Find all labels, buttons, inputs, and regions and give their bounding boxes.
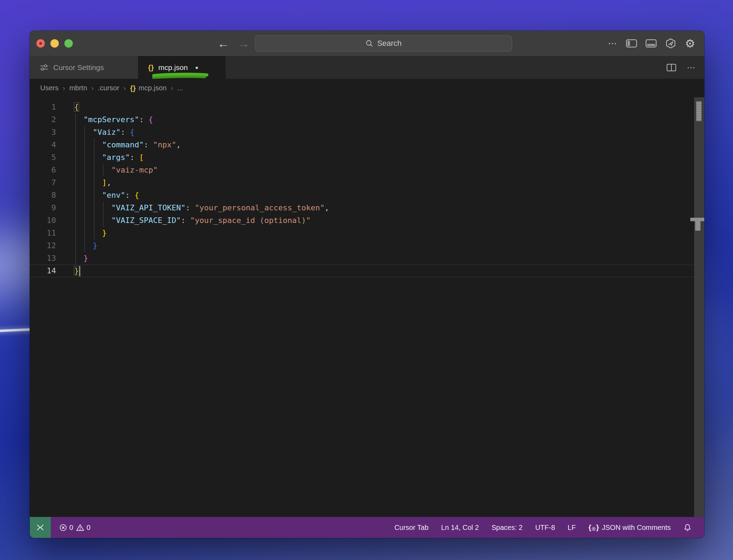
warnings-count: 0 — [86, 524, 90, 532]
back-button[interactable]: ← — [217, 37, 229, 50]
line-number[interactable]: 8 — [30, 189, 56, 202]
breadcrumb-separator-icon: › — [171, 84, 173, 92]
status-bar: 0 0 Cursor TabLn 14, Col 2Spaces: 2UTF-8… — [30, 517, 704, 538]
close-button[interactable] — [36, 39, 45, 48]
breadcrumb-item[interactable]: ... — [177, 84, 183, 92]
cursor-agent-icon[interactable] — [665, 38, 676, 49]
code-text: { — [74, 101, 79, 113]
line-number[interactable]: 12 — [30, 239, 56, 252]
remote-indicator[interactable] — [30, 517, 51, 538]
code-text: } — [74, 239, 97, 252]
code-text: "Vaiz": { — [74, 126, 134, 139]
code-line[interactable]: 11 } — [30, 227, 704, 239]
line-number[interactable]: 14 — [30, 265, 56, 277]
traffic-lights — [36, 39, 73, 48]
sliders-icon — [40, 64, 49, 71]
line-number[interactable]: 1 — [30, 101, 56, 113]
code-line[interactable]: 8 "env": { — [30, 189, 704, 202]
line-number[interactable]: 11 — [30, 227, 56, 239]
line-number[interactable]: 13 — [30, 252, 56, 265]
editor-window: ← → Search ⋯ ⚙ — [30, 31, 704, 538]
line-number[interactable]: 2 — [30, 113, 56, 126]
line-number[interactable]: 4 — [30, 139, 56, 151]
warnings-icon — [76, 524, 84, 531]
tab-mcp-json[interactable]: {} mcp.json ● — [138, 56, 226, 79]
tab-more-actions-button[interactable]: ⋯ — [687, 63, 696, 72]
json-with-comments-icon: {} — [588, 524, 599, 531]
status-right-items: Cursor TabLn 14, Col 2Spaces: 2UTF-8LF{}… — [395, 523, 704, 532]
errors-count: 0 — [69, 524, 73, 532]
breadcrumb: Users›mbrtn›.cursor›{}mcp.json›... — [30, 79, 704, 97]
unsaved-changes-dot[interactable]: ● — [195, 64, 198, 70]
breadcrumb-item[interactable]: Users — [40, 84, 58, 92]
code-text: ], — [74, 176, 111, 189]
code-text: "VAIZ_API_TOKEN": "your_personal_access_… — [74, 202, 329, 214]
toggle-sidebar-icon[interactable] — [626, 39, 637, 48]
code-line[interactable]: 4 "command": "npx", — [30, 139, 704, 151]
code-line[interactable]: 14} — [30, 265, 704, 277]
code-lines: 1{2 "mcpServers": {3 "Vaiz": {4 "command… — [30, 101, 704, 277]
title-bar[interactable]: ← → Search ⋯ ⚙ — [30, 31, 704, 56]
status-item-json-with-comments[interactable]: {}JSON with Comments — [588, 524, 671, 532]
line-number[interactable]: 7 — [30, 176, 56, 189]
tab-label: mcp.json — [158, 63, 188, 72]
fullscreen-button[interactable] — [64, 39, 73, 48]
json-file-icon: {} — [130, 84, 136, 92]
scrollbar-marker-vertical[interactable] — [695, 221, 700, 231]
line-number[interactable]: 3 — [30, 126, 56, 139]
minimize-button[interactable] — [50, 39, 59, 48]
code-line[interactable]: 6 "vaiz-mcp" — [30, 164, 704, 176]
problems-status[interactable]: 0 0 — [59, 524, 90, 532]
code-line[interactable]: 12 } — [30, 239, 704, 252]
status-item-lf[interactable]: LF — [568, 524, 576, 532]
remote-icon — [36, 524, 44, 531]
code-line[interactable]: 9 "VAIZ_API_TOKEN": "your_personal_acces… — [30, 202, 704, 214]
line-number[interactable]: 6 — [30, 164, 56, 176]
code-text: } — [74, 265, 79, 277]
code-line[interactable]: 10 "VAIZ_SPACE_ID": "your_space_id (opti… — [30, 214, 704, 227]
more-actions-button[interactable]: ⋯ — [608, 38, 617, 49]
desktop: { "titlebar": { "search_label": "Search"… — [0, 0, 733, 560]
search-input[interactable]: Search — [255, 35, 512, 51]
code-line[interactable]: 1{ — [30, 101, 704, 113]
toggle-panel-icon[interactable] — [645, 39, 657, 48]
search-placeholder: Search — [377, 39, 402, 48]
code-line[interactable]: 5 "args": [ — [30, 151, 704, 164]
scrollbar-marker-horizontal[interactable] — [690, 218, 704, 221]
line-number[interactable]: 9 — [30, 202, 56, 214]
code-text: } — [74, 252, 88, 265]
code-line[interactable]: 3 "Vaiz": { — [30, 126, 704, 139]
code-text: "command": "npx", — [74, 139, 181, 151]
code-line[interactable]: 2 "mcpServers": { — [30, 113, 704, 126]
tab-bar: Cursor Settings {} mcp.json ● ⋯ — [30, 56, 704, 79]
status-item-ln-14-col-2[interactable]: Ln 14, Col 2 — [441, 524, 479, 532]
tab-cursor-settings[interactable]: Cursor Settings — [30, 56, 138, 79]
errors-icon — [59, 524, 67, 532]
search-icon — [365, 40, 373, 47]
code-editor[interactable]: 1{2 "mcpServers": {3 "Vaiz": {4 "command… — [30, 97, 704, 517]
scrollbar-track[interactable] — [694, 97, 704, 517]
line-number[interactable]: 5 — [30, 151, 56, 164]
code-text: } — [74, 227, 107, 239]
line-number[interactable]: 10 — [30, 214, 56, 227]
code-line[interactable]: 13 } — [30, 252, 704, 265]
status-item-utf-8[interactable]: UTF-8 — [535, 524, 555, 532]
breadcrumb-item[interactable]: .cursor — [98, 84, 119, 92]
forward-button[interactable]: → — [238, 37, 250, 50]
minimap-thumb[interactable] — [696, 102, 701, 121]
status-item-spaces-2[interactable]: Spaces: 2 — [491, 524, 523, 532]
tab-label: Cursor Settings — [53, 63, 104, 72]
breadcrumb-item[interactable]: mbrtn — [69, 84, 87, 92]
code-text: "VAIZ_SPACE_ID": "your_space_id (optiona… — [74, 214, 311, 227]
notifications-bell-icon[interactable] — [683, 523, 692, 532]
text-caret — [79, 266, 80, 276]
split-editor-icon[interactable] — [666, 64, 676, 71]
breadcrumb-separator-icon: › — [63, 84, 65, 92]
code-text: "env": { — [74, 189, 139, 202]
settings-gear-icon[interactable]: ⚙ — [685, 38, 695, 49]
code-line[interactable]: 7 ], — [30, 176, 704, 189]
status-item-cursor-tab[interactable]: Cursor Tab — [395, 524, 428, 532]
json-file-icon: {} — [148, 63, 154, 72]
code-text: "vaiz-mcp" — [74, 164, 158, 176]
breadcrumb-item[interactable]: {}mcp.json — [130, 84, 167, 92]
